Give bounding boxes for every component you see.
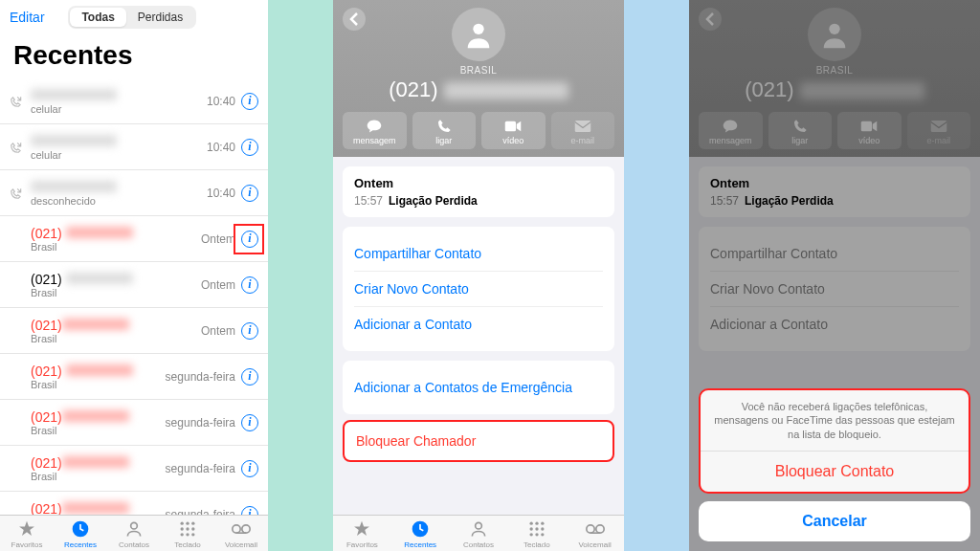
call-row[interactable]: celular 10:40 i [0, 78, 268, 124]
tab-recents[interactable]: Recentes [391, 519, 450, 549]
recents-screen: Editar Todas Perdidas Recentes celular 1… [0, 0, 268, 551]
star-icon [352, 519, 371, 539]
tab-bar: Favoritos Recentes Contatos Teclado Voic… [333, 515, 624, 551]
tab-keypad[interactable]: Teclado [161, 519, 214, 549]
svg-point-29 [595, 525, 603, 533]
cancel-button[interactable]: Cancelar [699, 501, 970, 541]
back-button[interactable] [343, 8, 366, 31]
outgoing-call-icon [8, 141, 25, 154]
info-button[interactable]: i [241, 93, 258, 110]
mail-button: e-mail [551, 112, 615, 149]
svg-point-11 [233, 525, 240, 533]
contact-actions: mensagem ligar vídeo e-mail [333, 112, 624, 157]
block-confirmation-sheet: Você não receberá ligações telefônicas, … [699, 388, 970, 494]
svg-point-10 [191, 533, 194, 536]
tab-favorites[interactable]: Favoritos [333, 519, 391, 549]
segment-missed[interactable]: Perdidas [126, 8, 194, 27]
voicemail-icon [232, 519, 251, 539]
create-new-contact-link[interactable]: Criar Novo Contato [354, 272, 603, 307]
phone-icon [412, 118, 477, 135]
person-icon [124, 519, 144, 539]
call-time: segunda-feira [166, 508, 235, 516]
call-row[interactable]: (021)Brasil segunda-feira i [0, 400, 268, 446]
recent-call-card: Ontem 15:57Ligação Perdida [343, 166, 614, 217]
svg-point-22 [529, 527, 532, 530]
call-time: segunda-feira [166, 462, 235, 475]
tutorial-highlight-box [234, 224, 264, 254]
svg-point-18 [476, 522, 482, 529]
tab-favorites[interactable]: Favoritos [0, 519, 54, 549]
tab-recents[interactable]: Recentes [54, 519, 107, 549]
add-emergency-link[interactable]: Adicionar a Contatos de Emergência [354, 370, 603, 405]
contact-detail-screen: BRASIL (021) mensagem ligar vídeo e-mail… [333, 0, 624, 551]
contact-detail-screen-with-sheet: BRASIL (021) mensagem ligar vídeo e-mail… [689, 0, 980, 551]
call-time: Ontem [201, 278, 235, 292]
call-time: 10:40 [207, 95, 235, 108]
outgoing-call-icon [8, 187, 25, 200]
info-button[interactable]: i [241, 322, 258, 340]
action-sheet-overlay[interactable]: Você não receberá ligações telefônicas, … [689, 0, 980, 551]
recents-header: Editar Todas Perdidas [0, 0, 268, 34]
svg-point-25 [529, 533, 532, 536]
keypad-icon [527, 519, 546, 539]
info-button[interactable]: i [241, 368, 258, 386]
tab-voicemail[interactable]: Voicemail [214, 519, 268, 549]
info-button[interactable]: i [241, 506, 258, 516]
info-button[interactable]: i [241, 185, 258, 202]
message-icon [343, 118, 407, 135]
emergency-card: Adicionar a Contatos de Emergência [343, 361, 614, 414]
video-button[interactable]: vídeo [481, 112, 546, 149]
call-row[interactable]: (021)Brasil segunda-feira i [0, 446, 268, 492]
info-button[interactable]: i [241, 276, 258, 294]
svg-point-4 [191, 522, 194, 525]
add-to-contact-link[interactable]: Adicionar a Contato [354, 307, 603, 342]
svg-point-5 [181, 527, 184, 530]
call-row[interactable]: (021) Brasil Ontem i [0, 216, 268, 262]
svg-point-12 [242, 525, 250, 533]
call-time: segunda-feira [166, 370, 235, 384]
call-row[interactable]: (021) Brasil segunda-feira i [0, 354, 268, 400]
svg-point-23 [535, 527, 538, 530]
svg-rect-15 [505, 121, 516, 132]
outgoing-call-icon [8, 95, 25, 108]
call-row[interactable]: desconhecido 10:40 i [0, 170, 268, 216]
share-contact-link[interactable]: Compartilhar Contato [354, 236, 603, 272]
contact-actions-list: Compartilhar Contato Criar Novo Contato … [343, 227, 614, 351]
segment-all[interactable]: Todas [70, 8, 125, 27]
mail-icon [551, 118, 615, 135]
tab-contacts[interactable]: Contatos [107, 519, 161, 549]
page-title: Recentes [0, 34, 268, 78]
svg-rect-16 [575, 121, 591, 132]
filter-segmented-control[interactable]: Todas Perdidas [68, 6, 196, 29]
info-button[interactable]: i [241, 414, 258, 431]
tab-keypad[interactable]: Teclado [507, 519, 566, 549]
call-time: 10:40 [207, 187, 235, 200]
calls-list: celular 10:40 i celular 10:40 i desconhe… [0, 78, 268, 515]
info-button[interactable]: i [241, 139, 258, 156]
contact-detail-header: BRASIL (021) mensagem ligar vídeo e-mail [333, 0, 624, 157]
country-label: BRASIL [333, 65, 624, 76]
call-button[interactable]: ligar [412, 112, 477, 149]
sheet-message: Você não receberá ligações telefônicas, … [701, 390, 969, 452]
video-icon [481, 118, 546, 135]
call-row[interactable]: (021) Brasil Ontem i [0, 262, 268, 308]
svg-point-20 [535, 522, 538, 525]
tab-voicemail[interactable]: Voicemail [566, 519, 624, 549]
call-row[interactable]: (021)Brasil segunda-feira i [0, 492, 268, 515]
svg-point-1 [131, 522, 138, 529]
block-caller-link[interactable]: Bloquear Chamador [345, 422, 612, 460]
star-icon [17, 519, 36, 539]
keypad-icon [178, 519, 197, 539]
info-button[interactable]: i [241, 460, 258, 477]
clock-icon [411, 519, 430, 539]
svg-point-7 [191, 527, 194, 530]
call-row[interactable]: (021)Brasil Ontem i [0, 308, 268, 354]
call-row[interactable]: celular 10:40 i [0, 124, 268, 170]
call-time: Ontem [201, 232, 235, 246]
message-button[interactable]: mensagem [343, 112, 407, 149]
svg-point-21 [541, 522, 544, 525]
svg-point-8 [181, 533, 184, 536]
edit-button[interactable]: Editar [10, 10, 45, 25]
block-contact-button[interactable]: Bloquear Contato [701, 452, 969, 492]
tab-contacts[interactable]: Contatos [450, 519, 508, 549]
